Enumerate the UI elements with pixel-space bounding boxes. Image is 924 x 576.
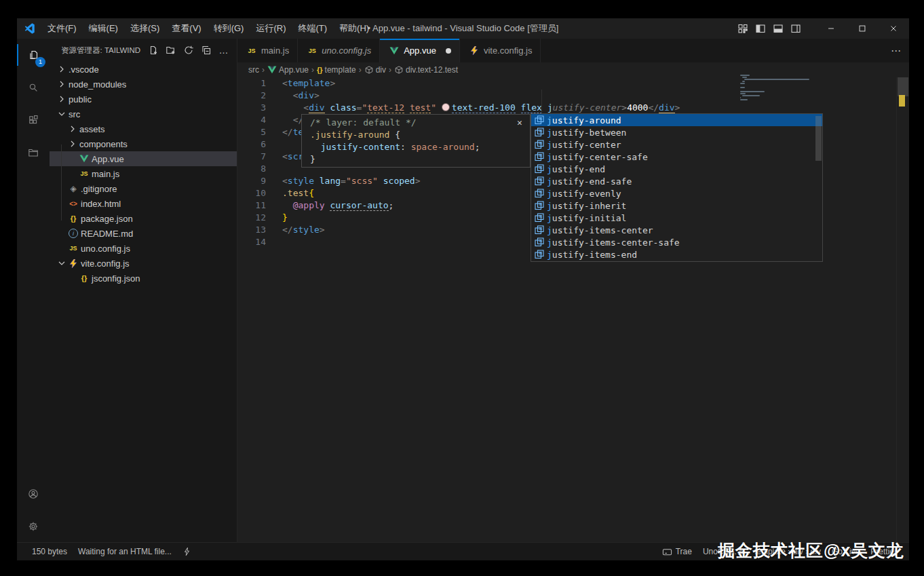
account-icon <box>28 488 39 499</box>
more-button[interactable]: … <box>216 43 231 58</box>
tree-item-App.vue[interactable]: App.vue <box>50 151 237 166</box>
code-token: { <box>389 130 400 140</box>
code-token: > <box>330 78 335 88</box>
minimize-button[interactable] <box>815 18 847 39</box>
editor-more-actions[interactable]: ⋯ <box>891 39 909 62</box>
file-label: .vscode <box>69 64 99 75</box>
tree-item-uno.config.js[interactable]: JSuno.config.js <box>50 241 237 256</box>
toggle-panel-icon[interactable] <box>769 18 787 39</box>
file-label: README.md <box>81 229 133 239</box>
tree-item-src[interactable]: src <box>50 107 237 121</box>
activity-extensions[interactable] <box>17 104 50 136</box>
menu-运行[interactable]: 运行(R) <box>250 18 292 39</box>
new-file-button[interactable] <box>146 43 161 58</box>
suggestion-justify-evenly[interactable]: justify-evenly <box>531 187 822 199</box>
customize-layout-icon[interactable] <box>734 18 752 39</box>
file-label: vite.config.js <box>81 258 130 269</box>
window-title: • App.vue - tailwind - Visual Studio Cod… <box>368 22 559 35</box>
breadcrumb-div[interactable]: div <box>364 65 386 75</box>
minimap[interactable] <box>740 75 816 103</box>
status-Waiting for an HTML file...[interactable]: Waiting for an HTML file... <box>73 543 177 560</box>
code-token: .justify-around <box>310 130 389 140</box>
file-label: .gitignore <box>81 184 117 194</box>
menu-查看[interactable]: 查看(V) <box>166 18 207 39</box>
tree-item-.gitignore[interactable]: ◈.gitignore <box>50 181 237 196</box>
menu-转到[interactable]: 转到(G) <box>208 18 250 39</box>
tab-label: vite.config.js <box>484 45 533 56</box>
suggestion-justify-center[interactable]: justify-center <box>531 138 822 151</box>
activity-account[interactable] <box>17 478 50 510</box>
tree-item-package.json[interactable]: {}package.json <box>50 211 237 226</box>
minimap-line <box>742 77 747 78</box>
code-token <box>404 102 410 113</box>
line-number: 1 <box>237 77 266 90</box>
tree-item-README.md[interactable]: iREADME.md <box>50 226 237 241</box>
file-label: jsconfig.json <box>92 273 140 284</box>
close-icon[interactable]: ✕ <box>515 118 524 128</box>
menu-文件[interactable]: 文件(F) <box>41 18 83 39</box>
vite-file-icon <box>67 258 79 269</box>
activity-folder[interactable] <box>17 136 50 169</box>
tree-item-.vscode[interactable]: .vscode <box>50 62 237 77</box>
tree-item-components[interactable]: components <box>50 136 237 151</box>
breadcrumb-separator: › <box>359 65 362 75</box>
suggestion-label: ustify-items-end <box>552 250 637 260</box>
snippet-icon <box>533 127 545 138</box>
refresh-button[interactable] <box>181 43 196 58</box>
toggle-secondary-sidebar-icon[interactable] <box>787 18 805 39</box>
tree-item-node_modules[interactable]: node_modules <box>50 77 237 92</box>
code-token <box>314 176 320 186</box>
tree-item-jsconfig.json[interactable]: {}jsconfig.json <box>50 271 237 286</box>
status-screen-icon <box>662 547 672 557</box>
activity-gear[interactable] <box>17 510 50 543</box>
tree-item-vite.config.js[interactable]: vite.config.js <box>50 256 237 271</box>
status-Trae[interactable]: Trae <box>657 543 697 560</box>
breadcrumb-div.text-12.test[interactable]: div.text-12.test <box>394 65 458 75</box>
breadcrumb-App.vue[interactable]: App.vue <box>267 65 309 75</box>
tab-main.js[interactable]: JSmain.js <box>237 39 298 62</box>
menu-终端[interactable]: 终端(T) <box>292 18 333 39</box>
tree-item-main.js[interactable]: JSmain.js <box>50 166 237 181</box>
color-swatch[interactable] <box>442 103 450 111</box>
chevron-right-icon <box>56 79 67 90</box>
code-token: style <box>288 176 314 186</box>
tree-item-public[interactable]: public <box>50 92 237 107</box>
suggestion-justify-items-end[interactable]: justify-items-end <box>531 248 822 261</box>
suggestion-justify-end[interactable]: justify-end <box>531 163 822 175</box>
tab-App.vue[interactable]: App.vue <box>380 39 460 62</box>
suggestion-justify-center-safe[interactable]: justify-center-safe <box>531 151 822 163</box>
suggestion-justify-items-center-safe[interactable]: justify-items-center-safe <box>531 236 822 248</box>
code-token: ; <box>475 142 480 152</box>
breadcrumb-template[interactable]: {}template <box>317 65 356 75</box>
close-button[interactable] <box>878 18 909 39</box>
menu-选择[interactable]: 选择(S) <box>124 18 166 39</box>
popup-scrollbar[interactable] <box>815 116 822 161</box>
suggestion-justify-items-center[interactable]: justify-items-center <box>531 224 822 236</box>
activity-files[interactable]: 1 <box>17 39 50 71</box>
status-bolt[interactable] <box>177 543 197 560</box>
new-folder-button[interactable] <box>163 43 178 58</box>
collapse-all-button[interactable] <box>199 43 214 58</box>
status-150 bytes[interactable]: 150 bytes <box>26 543 73 560</box>
suggestion-justify-around[interactable]: justify-around <box>531 114 822 126</box>
tab-vite.config.js[interactable]: vite.config.js <box>460 39 541 62</box>
suggestion-justify-inherit[interactable]: justify-inherit <box>531 199 822 212</box>
scrollbar-thumb[interactable] <box>898 77 908 96</box>
activity-search[interactable] <box>17 71 50 104</box>
code-token: test <box>410 102 431 113</box>
suggestion-justify-end-safe[interactable]: justify-end-safe <box>531 175 822 187</box>
tab-uno.config.js[interactable]: JSuno.config.js <box>298 39 380 62</box>
menu-编辑[interactable]: 编辑(E) <box>83 18 124 39</box>
editor-scrollbar[interactable] <box>896 77 909 543</box>
tree-item-assets[interactable]: assets <box>50 121 237 136</box>
breadcrumb-src[interactable]: src <box>248 65 259 75</box>
chevron-down-icon <box>56 109 67 119</box>
maximize-button[interactable] <box>847 18 878 39</box>
suggestion-justify-between[interactable]: justify-between <box>531 126 822 138</box>
tree-item-index.html[interactable]: <>index.html <box>50 196 237 211</box>
dirty-indicator[interactable] <box>446 48 451 54</box>
suggestion-justify-initial[interactable]: justify-initial <box>531 212 822 224</box>
line-content: <style lang="scss" scoped> <box>282 175 421 187</box>
toggle-sidebar-icon[interactable] <box>752 18 769 39</box>
line-number: 6 <box>237 138 266 151</box>
